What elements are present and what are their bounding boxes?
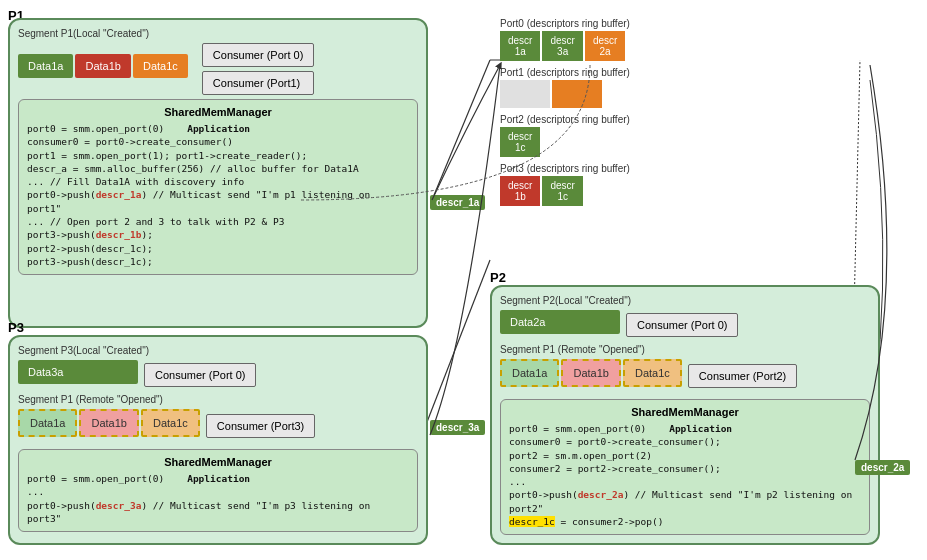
- p2-p1-remote-row: Data1a Data1b Data1c Consumer (Port2): [500, 359, 870, 393]
- p1-code: port0 = smm.open_port(0) Application con…: [27, 122, 409, 268]
- p2-p1-blocks: Data1a Data1b Data1c: [500, 359, 682, 387]
- p3-consumer-port3[interactable]: Consumer (Port3): [206, 414, 315, 438]
- block-p2-data1c: Data1c: [623, 359, 682, 387]
- port2-label: Port2 (descriptors ring buffer): [500, 114, 890, 125]
- block-p3-data1c: Data1c: [141, 409, 200, 437]
- ring-buffers: Port0 (descriptors ring buffer) descr1a …: [500, 18, 890, 212]
- port0-section: Port0 (descriptors ring buffer) descr1a …: [500, 18, 890, 61]
- p3-data-row: Data3a Consumer (Port 0): [18, 360, 418, 390]
- port1-section: Port1 (descriptors ring buffer): [500, 67, 890, 108]
- port3-label: Port3 (descriptors ring buffer): [500, 163, 890, 174]
- p2-shared-mem: SharedMemManager port0 = smm.open_port(0…: [500, 399, 870, 535]
- port3-descr1c: descr1c: [542, 176, 582, 206]
- port3-descr1b: descr1b: [500, 176, 540, 206]
- block-data2a: Data2a: [500, 310, 620, 334]
- port3-ring: descr1b descr1c: [500, 176, 890, 206]
- diagram: P1 Segment P1(Local "Created") Data1a Da…: [0, 0, 927, 560]
- port0-ring: descr1a descr3a descr2a: [500, 31, 890, 61]
- descr-2a-label: descr_2a: [855, 460, 910, 475]
- block-data1c: Data1c: [133, 54, 188, 78]
- block-p3-data1b: Data1b: [79, 409, 138, 437]
- port0-descr2a: descr2a: [585, 31, 625, 61]
- p3-shared-mem-title: SharedMemManager: [27, 456, 409, 468]
- p2-p1-remote-label: Segment P1 (Remote "Opened"): [500, 344, 870, 355]
- p3-code: port0 = smm.open_port(0) Application ...…: [27, 472, 409, 525]
- p2-shared-mem-title: SharedMemManager: [509, 406, 861, 418]
- port1-label: Port1 (descriptors ring buffer): [500, 67, 890, 78]
- block-data3a: Data3a: [18, 360, 138, 384]
- p1-segment-label: Segment P1(Local "Created"): [18, 28, 418, 39]
- p3-p1-remote-row: Data1a Data1b Data1c Consumer (Port3): [18, 409, 418, 443]
- block-p3-data1a: Data1a: [18, 409, 77, 437]
- p2-box: Segment P2(Local "Created") Data2a Consu…: [490, 285, 880, 545]
- block-p2-data1a: Data1a: [500, 359, 559, 387]
- descr-3a-label: descr_3a: [430, 420, 485, 435]
- p1-shared-mem: SharedMemManager port0 = smm.open_port(0…: [18, 99, 418, 275]
- p2-code: port0 = smm.open_port(0) Application con…: [509, 422, 861, 528]
- p3-segment-label: Segment P3(Local "Created"): [18, 345, 418, 356]
- p1-consumer-port1[interactable]: Consumer (Port1): [202, 71, 314, 95]
- descr-1a-label: descr_1a: [430, 195, 485, 210]
- p3-label: P3: [8, 320, 24, 335]
- p1-shared-mem-title: SharedMemManager: [27, 106, 409, 118]
- port0-label: Port0 (descriptors ring buffer): [500, 18, 890, 29]
- block-data1a: Data1a: [18, 54, 73, 78]
- port2-ring: descr1c: [500, 127, 890, 157]
- p2-data-row: Data2a Consumer (Port 0): [500, 310, 870, 340]
- port1-orange: [552, 80, 602, 108]
- p1-blocks: Data1a Data1b Data1c: [18, 54, 188, 78]
- p1-data-row: Data1a Data1b Data1c Consumer (Port 0) C…: [18, 43, 418, 95]
- p3-p1-remote-label: Segment P1 (Remote "Opened"): [18, 394, 418, 405]
- svg-line-0: [432, 60, 490, 200]
- p2-consumer-port2[interactable]: Consumer (Port2): [688, 364, 797, 388]
- port1-ring: [500, 80, 890, 108]
- p3-box: Segment P3(Local "Created") Data3a Consu…: [8, 335, 428, 545]
- p2-label: P2: [490, 270, 506, 285]
- port2-descr1c: descr1c: [500, 127, 540, 157]
- p3-consumer-port0[interactable]: Consumer (Port 0): [144, 363, 256, 387]
- p1-box: Segment P1(Local "Created") Data1a Data1…: [8, 18, 428, 328]
- block-p2-data1b: Data1b: [561, 359, 620, 387]
- p2-consumer-port0[interactable]: Consumer (Port 0): [626, 313, 738, 337]
- port2-section: Port2 (descriptors ring buffer) descr1c: [500, 114, 890, 157]
- svg-line-2: [420, 260, 490, 440]
- p1-consumers: Consumer (Port 0) Consumer (Port1): [202, 43, 314, 95]
- p3-p1-blocks: Data1a Data1b Data1c: [18, 409, 200, 437]
- port0-descr3a: descr3a: [542, 31, 582, 61]
- p3-shared-mem: SharedMemManager port0 = smm.open_port(0…: [18, 449, 418, 532]
- p3-blocks: Data3a: [18, 360, 138, 384]
- block-data1b: Data1b: [75, 54, 130, 78]
- p2-blocks: Data2a: [500, 310, 620, 334]
- port1-empty1: [500, 80, 550, 108]
- p2-segment-label: Segment P2(Local "Created"): [500, 295, 870, 306]
- p1-consumer-port0[interactable]: Consumer (Port 0): [202, 43, 314, 67]
- port0-descr1a: descr1a: [500, 31, 540, 61]
- port3-section: Port3 (descriptors ring buffer) descr1b …: [500, 163, 890, 206]
